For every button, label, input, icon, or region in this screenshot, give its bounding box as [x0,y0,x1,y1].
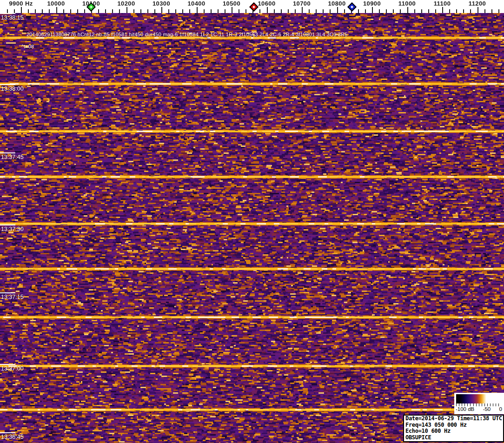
blue-marker-diamond-icon[interactable] [347,2,357,12]
freq-tick-label: 10800 [328,0,345,7]
freq-minor-tick [456,9,457,13]
freq-tick-label: 10000 [47,0,65,7]
freq-minor-tick [323,9,324,13]
freq-minor-tick [211,9,212,13]
freq-minor-tick [175,9,176,13]
time-label: 13:37:30 [1,226,24,232]
freq-minor-tick [344,9,345,13]
time-tick [0,84,15,85]
freq-minor-tick [309,9,310,13]
freq-minor-tick [70,9,71,13]
freq-tick-label: 10700 [293,0,311,7]
status-line-date: Date=2014-06-29 Time=11:38 UTC [405,416,502,422]
freq-minor-tick [147,9,148,13]
freq-minor-tick [435,9,436,13]
freq-minor-tick [168,9,169,13]
freq-minor-tick [77,9,78,13]
freq-minor-tick [498,9,499,13]
freq-tick-label: 10300 [153,0,170,7]
freq-major-tick [442,7,443,13]
time-label: 13:37:45 [1,154,24,160]
freq-major-tick [407,7,408,13]
freq-minor-tick [245,9,246,13]
freq-tick-label: 10400 [187,0,205,7]
color-gradient-bar [456,394,502,403]
freq-minor-tick [295,9,296,13]
red-marker-diamond-icon[interactable] [249,2,259,12]
freq-major-tick [267,7,268,13]
status-line-freq: Freq=143 050 000 Hz [405,422,502,429]
freq-minor-tick [491,9,492,13]
freq-minor-tick [154,9,155,13]
freq-minor-tick [189,9,190,13]
freq-minor-tick [28,9,29,13]
freq-minor-tick [400,9,401,13]
freq-minor-tick [470,9,471,13]
freq-minor-tick [281,9,282,13]
freq-minor-tick [239,9,239,13]
freq-minor-tick [133,9,134,13]
freq-minor-tick [84,9,85,13]
freq-minor-tick [49,9,50,13]
time-label: 13:37:00 [1,365,24,372]
freq-minor-tick [182,9,183,13]
freq-tick-label: 11000 [398,0,416,7]
freq-major-tick [302,7,303,13]
time-tick [0,225,15,225]
freq-minor-tick [204,9,205,13]
freq-minor-tick [288,9,289,13]
scale-label-min: -100 dB [456,406,474,412]
freq-tick-label: 11100 [434,0,451,7]
time-tick [0,364,15,365]
marker-center-dot [90,6,93,8]
freq-major-tick [197,7,198,13]
freq-major-tick [161,7,162,13]
freq-tick-label: 10500 [223,0,240,7]
freq-minor-tick [316,9,317,13]
status-box: Date=2014-06-29 Time=11:38 UTC Freq=143 … [403,415,504,442]
freq-minor-tick [35,9,36,13]
time-tick [0,432,15,433]
time-tick [0,292,15,293]
color-scale-labels: -100 dB -50 0 [456,406,502,412]
freq-major-tick [56,7,57,13]
freq-minor-tick [42,9,43,13]
freq-minor-tick [140,9,141,13]
freq-minor-tick [379,9,380,13]
freq-minor-tick [414,9,415,13]
freq-tick-label: 10900 [363,0,381,7]
freq-minor-tick [484,9,485,13]
freq-minor-tick [14,9,15,13]
time-label: 13:36:45 [1,434,24,440]
time-tick [0,152,15,153]
freq-minor-tick [119,9,120,13]
time-label: 13:37:15 [1,294,24,300]
time-offset-annotation: ^t+08 [21,44,34,49]
meteor-spectrogram-window: 9900 Hz100001010010200103001040010500106… [0,0,504,443]
freq-minor-tick [63,9,64,13]
marker-center-dot [351,6,353,8]
freq-major-tick [477,7,478,13]
marker-center-dot [252,6,255,8]
freq-major-tick [21,7,22,13]
freq-minor-tick [428,9,429,13]
freq-minor-tick [463,9,464,13]
freq-minor-tick [98,9,99,13]
status-line-station: OBSUPICE [405,435,502,441]
freq-minor-tick [358,9,359,13]
freq-minor-tick [393,9,394,13]
frequency-axis[interactable]: 9900 Hz100001010010200103001040010500106… [0,0,504,13]
status-line-echo: Echo=10 600 Hz [405,428,502,435]
freq-minor-tick [105,9,106,13]
freq-major-tick [372,7,373,13]
freq-tick-label: 10600 [258,0,275,7]
freq-minor-tick [7,9,8,13]
freq-major-tick [232,7,232,13]
freq-minor-tick [449,9,450,13]
freq-minor-tick [421,9,422,13]
hit-annotation: 20140629113808776 hCnt12 nb-85 f10581 hi… [27,32,348,37]
freq-minor-tick [330,9,331,13]
scale-label-mid: -50 [483,406,491,412]
freq-tick-label: 9900 Hz [9,0,33,7]
freq-minor-tick [274,9,275,13]
